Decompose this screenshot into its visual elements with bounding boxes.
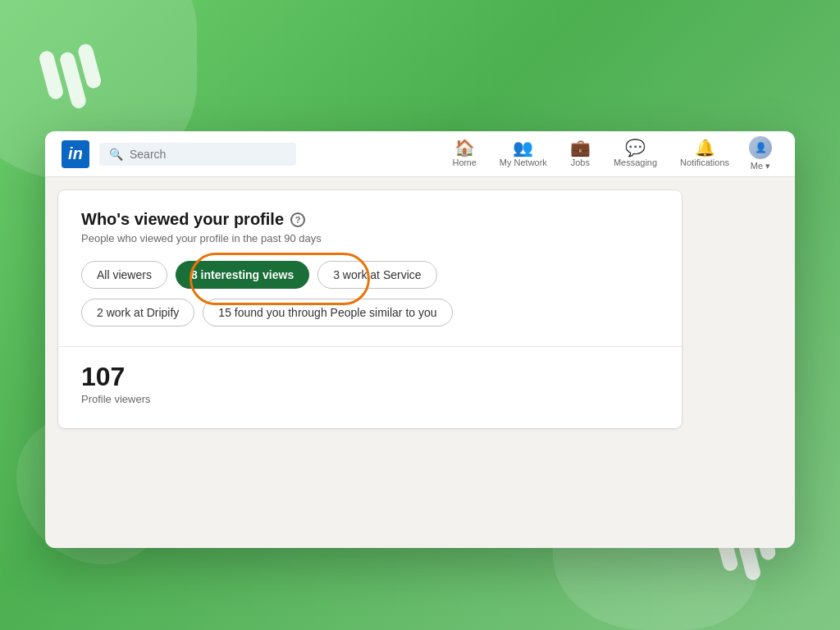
stat-label: Profile viewers xyxy=(81,393,659,405)
nav-messaging[interactable]: 💬 Messaging xyxy=(604,131,667,177)
avatar[interactable]: 👤 xyxy=(749,136,772,159)
me-label: Me ▾ xyxy=(751,161,770,171)
stat-block: 107 Profile viewers xyxy=(81,363,659,405)
nav-home[interactable]: 🏠 Home xyxy=(442,131,486,177)
jobs-label: Jobs xyxy=(571,158,590,167)
browser-window: in 🔍 🏠 Home 👥 My Network 💼 Jobs 💬 Messag… xyxy=(45,131,795,548)
search-input[interactable] xyxy=(130,148,286,161)
notifications-icon: 🔔 xyxy=(695,139,715,156)
notifications-label: Notifications xyxy=(680,158,729,167)
messaging-label: Messaging xyxy=(614,158,657,167)
card-subtitle: People who viewed your profile in the pa… xyxy=(81,232,659,244)
nav-jobs[interactable]: 💼 Jobs xyxy=(560,131,600,177)
network-icon: 👥 xyxy=(513,139,533,156)
chips-row-2: 2 work at Dripify 15 found you through P… xyxy=(81,299,659,326)
nav-notifications[interactable]: 🔔 Notifications xyxy=(670,131,739,177)
jobs-icon: 💼 xyxy=(570,139,591,156)
main-content: Who's viewed your profile ? People who v… xyxy=(45,177,795,548)
network-label: My Network xyxy=(500,158,547,167)
linkedin-navbar: in 🔍 🏠 Home 👥 My Network 💼 Jobs 💬 Messag… xyxy=(45,131,795,177)
profile-viewers-card: Who's viewed your profile ? People who v… xyxy=(58,190,682,428)
card-title-row: Who's viewed your profile ? xyxy=(81,210,659,229)
chip-work-service[interactable]: 3 work at Service xyxy=(317,261,436,289)
nav-network[interactable]: 👥 My Network xyxy=(490,131,557,177)
chip-all-viewers[interactable]: All viewers xyxy=(81,261,167,289)
chip-people-similar[interactable]: 15 found you through People similar to y… xyxy=(203,299,452,326)
linkedin-logo[interactable]: in xyxy=(62,140,89,168)
nav-me[interactable]: 👤 Me ▾ xyxy=(742,131,778,177)
card-divider xyxy=(58,346,682,347)
stat-number: 107 xyxy=(81,363,659,390)
home-label: Home xyxy=(452,158,476,167)
chips-row-1: All viewers 8 interesting views 3 work a… xyxy=(81,261,659,289)
search-icon: 🔍 xyxy=(109,148,123,161)
help-icon[interactable]: ? xyxy=(290,212,305,227)
chip-interesting-views[interactable]: 8 interesting views xyxy=(176,261,309,289)
chip-work-dripify[interactable]: 2 work at Dripify xyxy=(81,299,194,326)
messaging-icon: 💬 xyxy=(625,139,646,156)
home-icon: 🏠 xyxy=(454,139,475,156)
nav-items: 🏠 Home 👥 My Network 💼 Jobs 💬 Messaging 🔔… xyxy=(442,131,778,177)
search-bar[interactable]: 🔍 xyxy=(99,143,296,166)
card-title-text: Who's viewed your profile xyxy=(81,210,284,229)
